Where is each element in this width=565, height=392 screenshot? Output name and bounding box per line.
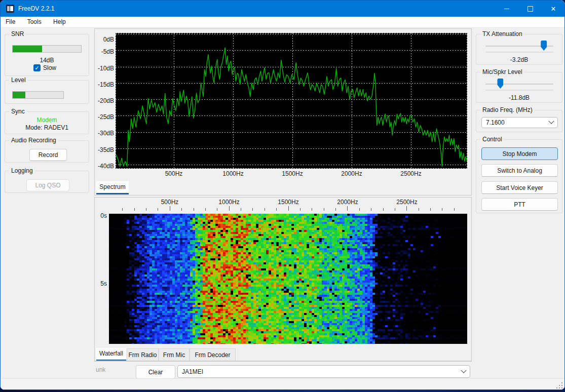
mic-spkr-level-groupbox: Mic/Spkr Level -11.8dB [476, 72, 562, 103]
audio-recording-groupbox: Audio Recording Record [5, 140, 89, 163]
chevron-down-icon [461, 367, 466, 373]
close-icon: ✕ [551, 6, 556, 12]
callsign-value: JA1MEI [182, 368, 462, 375]
mic-slider-thumb[interactable] [497, 79, 503, 89]
level-progress-fill [13, 92, 25, 98]
spectrum-y-tick: -40dB [95, 163, 114, 170]
sync-mode: Mode: RADEV1 [5, 124, 89, 131]
snr-value: 14dB [5, 57, 89, 64]
minimize-icon [504, 9, 509, 9]
tx-attenuation-label: TX Attenuation [480, 30, 524, 37]
maximize-icon [528, 6, 533, 12]
spectrum-y-tick: -15dB [95, 81, 114, 88]
spectrum-y-tick: -30dB [95, 130, 114, 137]
spectrum-x-tick: 1500Hz [277, 170, 308, 177]
tx-attenuation-value: -3.2dB [476, 56, 562, 63]
spectrum-y-tick: -25dB [95, 113, 114, 121]
switch-to-analog-button[interactable]: Switch to Analog [481, 164, 558, 177]
mic-spkr-level-label: Mic/Spkr Level [480, 68, 524, 75]
tx-attenuation-groupbox: TX Attenuation -3.2dB [476, 34, 562, 65]
waterfall-panel: 500Hz 1000Hz 1500Hz 2000Hz 2500Hz 0s 5s … [94, 197, 472, 362]
spectrum-x-tick: 500Hz [159, 170, 189, 177]
control-groupbox: Control Stop Modem Switch to Analog Star… [476, 139, 562, 213]
spectrum-x-tick: 2500Hz [396, 170, 426, 177]
tab-waterfall[interactable]: Waterfall [96, 348, 126, 361]
spectrum-y-tick: -20dB [95, 97, 114, 104]
stop-modem-button[interactable]: Stop Modem [481, 147, 558, 160]
waterfall-time-tick: 0s [95, 212, 107, 219]
callsign-status-text: unk [96, 366, 105, 373]
chevron-down-icon [548, 119, 554, 124]
tx-slider-groove [485, 52, 553, 53]
radio-freq-combobox[interactable]: 7.1600 [481, 117, 558, 128]
spectrum-x-tick: 2000Hz [336, 170, 367, 177]
slow-checkbox-row: ✓ Slow [33, 64, 56, 71]
radio-freq-groupbox: Radio Freq. (MHz) 7.1600 [476, 110, 562, 132]
mic-spkr-level-slider[interactable] [485, 79, 553, 91]
log-qso-button[interactable]: Log QSO [26, 179, 69, 191]
ptt-button[interactable]: PTT [481, 198, 558, 211]
minimize-button[interactable] [495, 1, 518, 17]
menu-item-file[interactable]: File [1, 17, 20, 27]
snr-progress-bar [12, 45, 82, 53]
status-bar [1, 378, 564, 390]
tx-slider-thumb[interactable] [541, 41, 547, 51]
title-bar: FreeDV 2.2.1 ✕ [1, 1, 564, 17]
tab-frm-radio[interactable]: Frm Radio [127, 348, 159, 361]
snr-group-label: SNR [9, 30, 26, 37]
mic-slider-track[interactable] [485, 84, 553, 85]
sync-status: Modem [5, 116, 89, 124]
mic-spkr-level-value: -11.8dB [476, 94, 562, 101]
mic-slider-groove [485, 90, 553, 91]
spectrum-x-tick: 1000Hz [218, 170, 248, 177]
callsign-combobox[interactable]: JA1MEI [177, 365, 470, 378]
snr-progress-fill [13, 46, 42, 52]
window-title: FreeDV 2.2.1 [18, 1, 54, 17]
audio-recording-group-label: Audio Recording [9, 137, 58, 144]
tab-spectrum[interactable]: Spectrum [96, 181, 129, 194]
logging-groupbox: Logging Log QSO [5, 171, 89, 193]
level-groupbox: Level [5, 80, 89, 104]
logging-group-label: Logging [9, 167, 35, 174]
clear-button[interactable]: Clear [136, 365, 175, 379]
spectrum-plot-canvas[interactable] [116, 33, 467, 169]
main-content: SNR 14dB ✓ Slow Level Sync Modem Mode: R… [1, 27, 564, 378]
spectrum-y-tick: -5dB [95, 48, 114, 55]
resize-grip[interactable] [555, 381, 562, 388]
control-group-label: Control [480, 136, 504, 143]
slow-checkbox-label: Slow [43, 64, 56, 71]
spectrum-y-tick: -10dB [95, 65, 114, 72]
maximize-button[interactable] [518, 1, 542, 17]
spectrum-panel: 0dB -5dB -10dB -15dB -20dB -25dB -30dB -… [94, 28, 472, 195]
menu-item-help[interactable]: Help [48, 17, 71, 27]
spectrum-y-tick: -35dB [95, 146, 114, 153]
menu-item-tools[interactable]: Tools [22, 17, 47, 27]
app-window: FreeDV 2.2.1 ✕ File Tools Help SNR 14dB … [0, 0, 565, 390]
radio-freq-value: 7.1600 [486, 119, 549, 126]
sync-group-label: Sync [9, 108, 27, 115]
sync-groupbox: Sync Modem Mode: RADEV1 [5, 111, 89, 134]
snr-groupbox: SNR 14dB ✓ Slow [5, 34, 89, 76]
start-voice-keyer-button[interactable]: Start Voice Keyer [481, 181, 558, 194]
menu-bar: File Tools Help [1, 17, 564, 27]
slow-checkbox[interactable]: ✓ [33, 64, 41, 71]
waterfall-frequency-ruler [95, 198, 471, 212]
level-progress-bar [12, 91, 64, 99]
spectrum-y-tick: 0dB [95, 36, 114, 43]
level-group-label: Level [9, 76, 28, 84]
close-button[interactable]: ✕ [542, 1, 565, 17]
tx-attenuation-slider[interactable] [485, 41, 553, 53]
waterfall-plot-canvas[interactable] [109, 214, 467, 344]
record-button[interactable]: Record [29, 149, 67, 161]
radio-freq-label: Radio Freq. (MHz) [480, 106, 535, 113]
tab-frm-decoder[interactable]: Frm Decoder [190, 348, 236, 361]
app-icon [6, 5, 14, 13]
waterfall-time-tick: 5s [95, 280, 107, 287]
tab-frm-mic[interactable]: Frm Mic [159, 348, 190, 361]
